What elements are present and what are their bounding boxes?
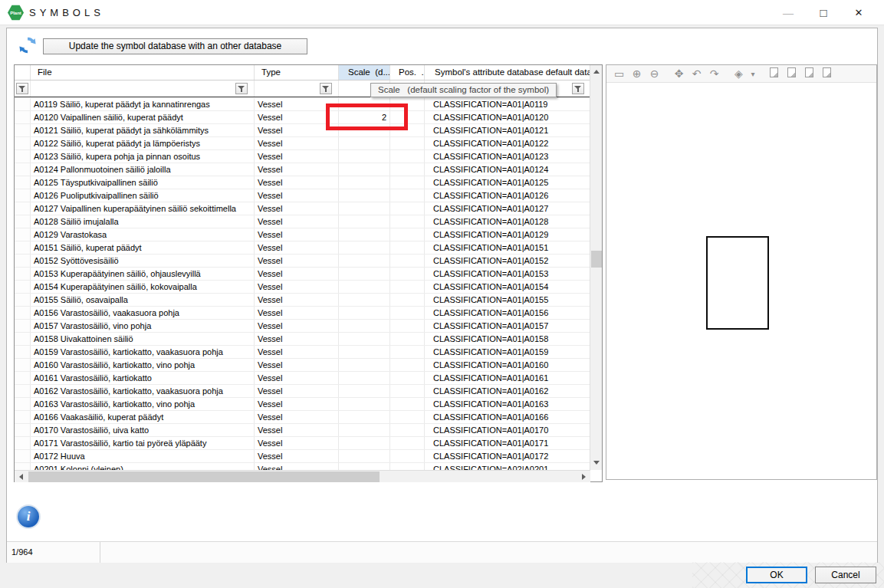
table-row[interactable]: A0127 Vaipallinen kuperapäätyinen säiliö… bbox=[15, 202, 590, 215]
table-cell-file: A0171 Varastosäiliö, kartio tai pyöreä y… bbox=[31, 437, 255, 449]
column-header-type[interactable]: Type bbox=[255, 65, 339, 80]
table-row[interactable]: A0172 HuuvaVesselCLASSIFICATION=A01|A017… bbox=[15, 450, 590, 463]
table-cell-rowhdr bbox=[15, 215, 31, 228]
table-cell-rowhdr bbox=[15, 346, 31, 358]
table-row[interactable]: A0124 Pallonmuotoinen säiliö jaloillaVes… bbox=[15, 163, 590, 176]
table-cell-rowhdr bbox=[15, 150, 31, 163]
table-row[interactable]: A0152 SyöttövesisäiliöVesselCLASSIFICATI… bbox=[15, 255, 590, 268]
table-cell-attr: CLASSIFICATION=A01|A0157 bbox=[425, 320, 590, 332]
zoom-in-icon[interactable]: ⊕ bbox=[628, 67, 646, 80]
table-header-row: File Type Scale (d... Pos. ... Symbol's … bbox=[15, 65, 602, 80]
paste-symbol-icon-2[interactable] bbox=[783, 67, 800, 80]
table-cell-attr: CLASSIFICATION=A01|A0152 bbox=[425, 255, 590, 267]
scroll-up-icon[interactable] bbox=[593, 70, 600, 74]
zoom-window-icon[interactable]: ▭ bbox=[610, 67, 628, 80]
vertical-scrollbar[interactable] bbox=[590, 65, 602, 470]
table-row[interactable]: A0162 Varastosäiliö, kartiokatto, vaakas… bbox=[15, 385, 590, 398]
rotate-left-icon[interactable]: ↶ bbox=[688, 67, 705, 80]
table-cell-rowhdr bbox=[15, 189, 31, 202]
table-row[interactable]: A0121 Säiliö, kuperat päädyt ja sähköläm… bbox=[15, 124, 590, 137]
table-cell-attr: CLASSIFICATION=A01|A0119 bbox=[425, 98, 590, 110]
scroll-left-icon[interactable] bbox=[19, 474, 23, 480]
dropdown-arrow-icon[interactable]: ▾ bbox=[748, 70, 758, 78]
table-cell-pos bbox=[390, 385, 425, 397]
scroll-right-icon[interactable] bbox=[582, 474, 586, 480]
table-cell-type: Vessel bbox=[255, 307, 339, 319]
filter-icon-attributes[interactable] bbox=[572, 83, 584, 94]
maximize-button[interactable]: □ bbox=[806, 0, 841, 25]
table-row[interactable]: A0156 Varastosäiliö, vaakasuora pohjaVes… bbox=[15, 307, 590, 320]
table-cell-type: Vessel bbox=[255, 372, 339, 384]
table-row[interactable]: A0154 Kuperapäätyinen säiliö, kokovaipal… bbox=[15, 281, 590, 294]
ok-button[interactable]: OK bbox=[746, 567, 807, 583]
table-cell-rowhdr bbox=[15, 255, 31, 267]
table-cell-pos bbox=[390, 450, 425, 462]
table-cell-pos bbox=[390, 437, 425, 449]
table-cell-type: Vessel bbox=[255, 189, 339, 202]
pan-icon[interactable]: ✥ bbox=[670, 67, 688, 80]
close-button[interactable]: ✕ bbox=[841, 0, 876, 25]
horizontal-scroll-thumb[interactable] bbox=[28, 471, 380, 482]
table-row[interactable]: A0163 Varastosäiliö, kartiokatto, vino p… bbox=[15, 398, 590, 411]
table-cell-file: A0153 Kuperapäätyinen säiliö, ohjauslevy… bbox=[31, 268, 255, 280]
symbol-table: File Type Scale (d... Pos. ... Symbol's … bbox=[14, 64, 603, 482]
vertical-scroll-thumb[interactable] bbox=[591, 251, 602, 268]
column-header-attributes[interactable]: Symbol's attribute database default data bbox=[425, 65, 590, 80]
update-database-button[interactable]: Update the symbol database with an other… bbox=[43, 38, 307, 54]
table-cell-pos bbox=[390, 215, 425, 228]
table-row[interactable]: A0166 Vaakasäiliö, kuperat päädytVesselC… bbox=[15, 411, 590, 424]
table-row[interactable]: A0161 Varastosäiliö, kartiokattoVesselCL… bbox=[15, 372, 590, 385]
highlight-annotation-box bbox=[326, 103, 408, 130]
table-row[interactable]: A0151 Säiliö, kuperat päädytVesselCLASSI… bbox=[15, 241, 590, 255]
table-cell-pos bbox=[390, 255, 425, 267]
table-cell-scale bbox=[339, 385, 390, 397]
table-cell-rowhdr bbox=[15, 281, 31, 293]
column-header-pos[interactable]: Pos. ... bbox=[390, 65, 425, 80]
table-row[interactable]: A0122 Säiliö, kuperat päädyt ja lämpöeri… bbox=[15, 137, 590, 150]
table-cell-pos bbox=[390, 359, 425, 371]
table-row[interactable]: A0170 Varastosäiliö, uiva kattoVesselCLA… bbox=[15, 424, 590, 437]
column-header-file[interactable]: File bbox=[31, 65, 255, 80]
paste-symbol-icon-3[interactable] bbox=[800, 67, 818, 80]
table-row[interactable]: A0155 Säiliö, osavaipallaVesselCLASSIFIC… bbox=[15, 294, 590, 307]
filter-icon-type[interactable] bbox=[320, 83, 332, 94]
cancel-button[interactable]: Cancel bbox=[815, 567, 876, 583]
table-row[interactable]: A0201 Kolonni (yleinen)VesselCLASSIFICAT… bbox=[15, 463, 590, 470]
table-row[interactable]: A0125 Täysputkivaipallinen säiliöVesselC… bbox=[15, 176, 590, 189]
column-header-scale[interactable]: Scale (d... bbox=[339, 65, 390, 80]
table-row[interactable]: A0120 Vaipallinen säiliö, kuperat päädyt… bbox=[15, 111, 590, 124]
table-cell-file: A0170 Varastosäiliö, uiva katto bbox=[31, 424, 255, 436]
minimize-button[interactable]: — bbox=[771, 0, 806, 25]
filter-icon-file[interactable] bbox=[235, 83, 248, 94]
table-row[interactable]: A0159 Varastosäiliö, kartiokatto, vaakas… bbox=[15, 346, 590, 359]
scroll-down-icon[interactable] bbox=[593, 461, 600, 465]
filter-icon-rowselector[interactable] bbox=[16, 83, 28, 94]
rotate-right-icon[interactable]: ↷ bbox=[705, 67, 723, 80]
zoom-out-icon[interactable]: ⊖ bbox=[646, 67, 663, 80]
table-row[interactable]: A0119 Säiliö, kuperat päädyt ja kannatin… bbox=[15, 98, 590, 111]
table-cell-scale bbox=[339, 241, 390, 254]
table-row[interactable]: A0160 Varastosäiliö, kartiokatto, vino p… bbox=[15, 359, 590, 372]
table-row[interactable]: A0128 Säiliö imujalallaVesselCLASSIFICAT… bbox=[15, 215, 590, 228]
table-cell-rowhdr bbox=[15, 98, 31, 110]
column-header-rowselector[interactable] bbox=[15, 65, 31, 80]
table-row[interactable]: A0126 Puoliputkivaipallinen säiliöVessel… bbox=[15, 189, 590, 202]
status-bar: 1/964 bbox=[7, 541, 877, 563]
table-row[interactable]: A0157 Varastosäiliö, vino pohjaVesselCLA… bbox=[15, 320, 590, 333]
table-row[interactable]: A0153 Kuperapäätyinen säiliö, ohjauslevy… bbox=[15, 268, 590, 281]
table-cell-file: A0119 Säiliö, kuperat päädyt ja kannatin… bbox=[31, 98, 255, 110]
paste-symbol-icon-1[interactable] bbox=[765, 67, 783, 80]
window-title: SYMBOLS bbox=[29, 7, 104, 18]
horizontal-scrollbar[interactable] bbox=[15, 470, 590, 482]
refresh-database-icon[interactable] bbox=[18, 35, 38, 55]
table-cell-type: Vessel bbox=[255, 268, 339, 280]
table-row[interactable]: A0129 VarastokasaVesselCLASSIFICATION=A0… bbox=[15, 228, 590, 241]
table-row[interactable]: A0158 Uivakattoinen säiliöVesselCLASSIFI… bbox=[15, 333, 590, 346]
table-row[interactable]: A0171 Varastosäiliö, kartio tai pyöreä y… bbox=[15, 437, 590, 450]
preview-canvas[interactable] bbox=[606, 83, 876, 479]
table-row[interactable]: A0123 Säiliö, kupera pohja ja pinnan oso… bbox=[15, 150, 590, 163]
paste-symbol-icon-4[interactable] bbox=[818, 67, 836, 80]
symbol-preview-panel: ▭⊕⊖✥↶↷◈▾ bbox=[606, 64, 877, 480]
table-cell-pos bbox=[390, 411, 425, 423]
center-point-icon[interactable]: ◈ bbox=[730, 67, 748, 80]
